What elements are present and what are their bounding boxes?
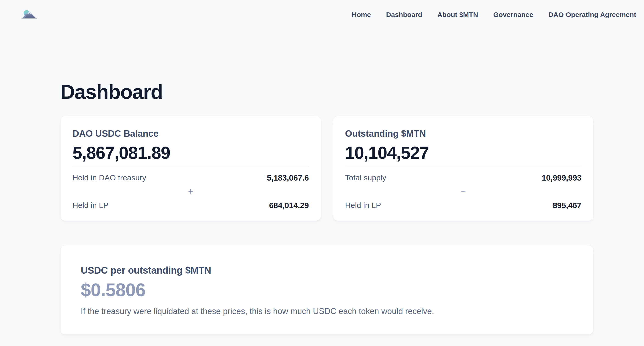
card-divider <box>345 166 582 166</box>
usdc-per-mtn-card: USDC per outstanding $MTN $0.5806 If the… <box>60 245 594 334</box>
usdc-per-mtn-value: $0.5806 <box>81 279 573 300</box>
outstanding-mtn-card: Outstanding $MTN 10,104,527 Total supply… <box>333 116 594 221</box>
card-divider <box>72 166 309 166</box>
total-supply-label: Total supply <box>345 173 386 182</box>
usdc-per-mtn-description: If the treasury were liquidated at these… <box>81 306 573 317</box>
dao-usdc-balance-value: 5,867,081.89 <box>72 143 309 163</box>
held-in-dao-treasury-row: Held in DAO treasury 5,183,067.6 <box>72 173 309 183</box>
held-in-lp-row: Held in LP 895,467 <box>345 201 582 210</box>
nav-link-about-mtn[interactable]: About $MTN <box>437 11 478 19</box>
plus-operator-icon: + <box>72 187 309 196</box>
main-nav: Home Dashboard About $MTN Governance DAO… <box>352 11 636 19</box>
dashboard-content: Dashboard DAO USDC Balance 5,867,081.89 … <box>60 81 594 346</box>
held-in-lp-value: 684,014.29 <box>269 201 309 210</box>
page-title: Dashboard <box>60 81 594 102</box>
nav-link-dao-operating-agreement[interactable]: DAO Operating Agreement <box>548 11 636 19</box>
held-in-lp-row: Held in LP 684,014.29 <box>72 201 309 210</box>
held-in-dao-treasury-label: Held in DAO treasury <box>72 173 146 182</box>
minus-operator-icon: − <box>345 187 582 196</box>
held-in-lp-label: Held in LP <box>345 201 381 210</box>
held-in-lp-label: Held in LP <box>72 201 108 210</box>
held-in-lp-value: 895,467 <box>553 201 582 210</box>
outstanding-mtn-value: 10,104,527 <box>345 143 582 163</box>
mountain-logo-icon <box>21 9 38 20</box>
held-in-dao-treasury-value: 5,183,067.6 <box>267 173 309 183</box>
nav-link-home[interactable]: Home <box>352 11 371 19</box>
nav-link-governance[interactable]: Governance <box>493 11 533 19</box>
top-navigation-bar: Home Dashboard About $MTN Governance DAO… <box>0 0 644 29</box>
nav-link-dashboard[interactable]: Dashboard <box>386 11 422 19</box>
logo-link[interactable] <box>21 9 38 20</box>
stat-cards-row: DAO USDC Balance 5,867,081.89 Held in DA… <box>60 116 594 221</box>
usdc-per-mtn-title: USDC per outstanding $MTN <box>81 265 573 276</box>
dao-usdc-balance-title: DAO USDC Balance <box>72 128 309 139</box>
total-supply-row: Total supply 10,999,993 <box>345 173 582 183</box>
dao-usdc-balance-card: DAO USDC Balance 5,867,081.89 Held in DA… <box>60 116 321 221</box>
outstanding-mtn-title: Outstanding $MTN <box>345 128 582 139</box>
total-supply-value: 10,999,993 <box>542 173 582 183</box>
